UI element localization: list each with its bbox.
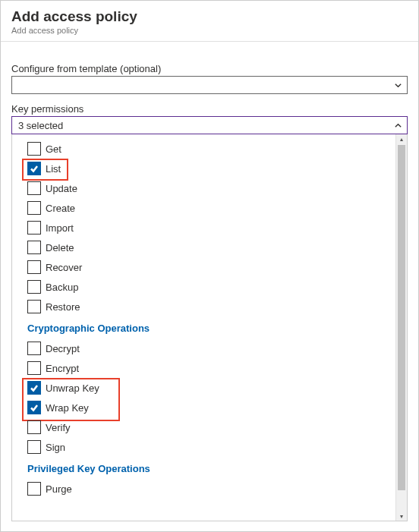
- panel-header: Add access policy Add access policy: [1, 1, 418, 42]
- checkbox-icon: [27, 482, 41, 496]
- checkbox-checked-icon: [27, 381, 41, 395]
- chevron-up-icon: [394, 121, 402, 130]
- option-backup[interactable]: Backup: [12, 277, 395, 297]
- checkbox-icon: [27, 420, 41, 434]
- checkbox-icon: [27, 142, 41, 156]
- checkbox-icon: [27, 361, 41, 375]
- option-label: Unwrap Key: [46, 382, 99, 394]
- scroll-down-arrow-icon[interactable]: ▾: [396, 512, 407, 521]
- option-label: Verify: [46, 422, 71, 433]
- option-label: List: [46, 163, 61, 175]
- option-encrypt[interactable]: Encrypt: [12, 358, 395, 378]
- checkbox-checked-icon: [27, 162, 41, 175]
- option-delete[interactable]: Delete: [12, 238, 395, 257]
- checkbox-icon: [27, 260, 41, 274]
- chevron-down-icon: [394, 81, 402, 90]
- panel-content: Configure from template (optional) Key p…: [1, 42, 418, 524]
- checkbox-icon: [27, 241, 41, 254]
- option-label: Decrypt: [46, 343, 80, 354]
- option-label: Sign: [46, 442, 65, 453]
- dropdown-scroll-area: Get List Update Create: [12, 134, 395, 521]
- scroll-up-arrow-icon[interactable]: ▴: [396, 134, 407, 143]
- scrollbar[interactable]: ▴ ▾: [395, 134, 407, 521]
- option-label: Update: [46, 183, 77, 194]
- option-label: Restore: [46, 301, 80, 313]
- checkbox-icon: [27, 280, 41, 294]
- key-permissions-select[interactable]: 3 selected: [11, 116, 408, 134]
- option-label: Wrap Key: [46, 402, 89, 414]
- checkbox-icon: [27, 300, 41, 313]
- checkbox-icon: [27, 342, 41, 355]
- page-title: Add access policy: [11, 8, 408, 25]
- checkbox-icon: [27, 181, 41, 195]
- template-field-group: Configure from template (optional): [11, 63, 408, 94]
- option-recover[interactable]: Recover: [12, 257, 395, 277]
- template-select[interactable]: [11, 76, 408, 94]
- checkbox-icon: [27, 221, 41, 235]
- option-get[interactable]: Get: [12, 139, 395, 159]
- option-sign[interactable]: Sign: [12, 437, 395, 457]
- option-label: Encrypt: [46, 363, 79, 374]
- option-label: Import: [46, 222, 74, 234]
- option-import[interactable]: Import: [12, 218, 395, 238]
- option-label: Backup: [46, 282, 78, 293]
- section-privileged-key-operations: Privileged Key Operations: [12, 457, 395, 479]
- option-purge[interactable]: Purge: [12, 479, 395, 499]
- option-unwrap-key[interactable]: Unwrap Key: [12, 378, 395, 398]
- option-label: Get: [46, 143, 61, 155]
- option-label: Purge: [46, 483, 72, 495]
- option-create[interactable]: Create: [12, 198, 395, 218]
- option-list[interactable]: List: [12, 159, 395, 178]
- option-decrypt[interactable]: Decrypt: [12, 338, 395, 358]
- option-label: Delete: [46, 242, 74, 253]
- option-verify[interactable]: Verify: [12, 417, 395, 437]
- key-permissions-dropdown: Get List Update Create: [11, 134, 408, 521]
- page-subtitle: Add access policy: [11, 26, 408, 35]
- option-restore[interactable]: Restore: [12, 297, 395, 316]
- option-label: Recover: [46, 262, 82, 273]
- key-permissions-select-value: 3 selected: [18, 120, 63, 131]
- key-permissions-field-group: Key permissions 3 selected Get List: [11, 103, 408, 521]
- key-permissions-label: Key permissions: [11, 103, 408, 115]
- section-cryptographic-operations: Cryptographic Operations: [12, 316, 395, 338]
- option-wrap-key[interactable]: Wrap Key: [12, 398, 395, 417]
- option-label: Create: [46, 203, 75, 214]
- scrollbar-thumb[interactable]: [398, 145, 405, 490]
- option-update[interactable]: Update: [12, 178, 395, 198]
- checkbox-icon: [27, 201, 41, 215]
- checkbox-icon: [27, 440, 41, 454]
- checkbox-checked-icon: [27, 401, 41, 414]
- template-label: Configure from template (optional): [11, 63, 408, 74]
